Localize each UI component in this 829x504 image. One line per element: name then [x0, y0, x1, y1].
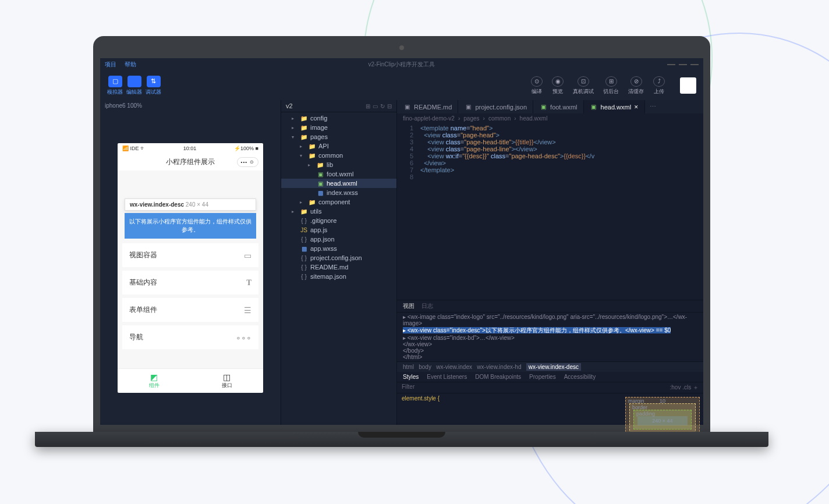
menu-item[interactable]: 项目	[105, 61, 116, 69]
tree-item[interactable]: { }project.config.json	[281, 253, 396, 262]
editor-tab[interactable]: ▣foot.wxml	[533, 100, 583, 113]
close-icon: ✕	[634, 104, 639, 110]
dom-breadcrumb[interactable]: html body wx-view.index wx-view.index-hd…	[397, 361, 703, 372]
tree-item[interactable]: ▸📁component	[281, 197, 396, 207]
nav-title: 小程序组件展示	[166, 157, 215, 167]
mode-tab[interactable]: ⇅调试器	[146, 76, 161, 96]
tree-item[interactable]: ▸📁image	[281, 123, 396, 132]
breadcrumb: fino-applet-demo-v2›pages›common›head.wx…	[397, 113, 703, 123]
new-file-icon[interactable]: ⊞	[366, 103, 370, 109]
status-left: 📶 IDE ᯤ	[122, 145, 146, 151]
avatar[interactable]	[680, 77, 696, 94]
hov-cls-toggle[interactable]: :hov .cls ＋	[670, 384, 699, 392]
mode-tab[interactable]: ▢模拟器	[107, 76, 123, 96]
highlighted-element[interactable]: 以下将展示小程序官方组件能力，组件样式仅供参考。	[125, 213, 256, 239]
css-rules[interactable]: element.style {</span><span class="rule-…	[397, 393, 622, 425]
window-controls[interactable]	[667, 64, 699, 65]
styles-tab[interactable]: Accessibility	[564, 374, 596, 380]
code-editor[interactable]: 1<template name="head">2 <view class="pa…	[397, 123, 703, 300]
styles-tab[interactable]: Properties	[529, 374, 556, 380]
styles-tab[interactable]: Event Listeners	[427, 374, 467, 380]
laptop-frame: 项目帮助 v2-FinClip小程序开发工具 ▢模拟器编辑器⇅调试器 ⊙编译◉预…	[93, 36, 710, 447]
tree-item[interactable]: ▸📁API	[281, 141, 396, 151]
tree-item[interactable]: ▩index.wxss	[281, 188, 396, 197]
tabbar-item[interactable]: ◩组件	[118, 369, 190, 393]
tree-item[interactable]: ▾📁common	[281, 151, 396, 160]
toolbar-button[interactable]: ⊡真机调试	[573, 76, 594, 95]
mode-tab[interactable]: 编辑器	[126, 76, 142, 96]
camera-dot	[399, 45, 404, 50]
tree-item[interactable]: { }README.md	[281, 262, 396, 272]
status-battery: ⚡100% ■	[234, 145, 258, 151]
tree-item[interactable]: ▣foot.wxml	[281, 169, 396, 179]
editor-tab[interactable]: ▣project.config.json	[458, 100, 533, 113]
inspector-tooltip: wx-view.index-desc 240 × 44	[125, 198, 256, 211]
list-item[interactable]: 视图容器▭	[122, 243, 258, 267]
tree-item[interactable]: JSapp.js	[281, 225, 396, 235]
styles-tab[interactable]: DOM Breakpoints	[475, 374, 521, 380]
tree-item[interactable]: { }sitemap.json	[281, 272, 396, 281]
project-root[interactable]: v2	[286, 102, 293, 109]
toolbar-button[interactable]: ⊘清缓存	[628, 76, 644, 95]
toolbar-button[interactable]: ⤴上传	[653, 76, 665, 95]
list-item[interactable]: 表单组件☰	[122, 298, 258, 322]
phone-preview: 📶 IDE ᯤ 10:01 ⚡100% ■ 小程序组件展示 •••⊙ wx-vi…	[118, 143, 263, 393]
toolbar-button[interactable]: ◉预览	[552, 76, 564, 95]
tree-item[interactable]: { }app.json	[281, 235, 396, 244]
new-folder-icon[interactable]: ▭	[373, 103, 378, 109]
status-time: 10:01	[183, 145, 197, 151]
editor-tab[interactable]: ▣head.wxml✕	[584, 100, 646, 113]
tree-item[interactable]: ▾📁pages	[281, 132, 396, 141]
file-explorer: v2 ⊞ ▭ ↻ ⊟ ▸📁config▸📁image▾📁pages▸📁API▾📁…	[281, 100, 397, 425]
tree-item[interactable]: ▣head.wxml	[281, 179, 396, 188]
list-item[interactable]: 导航∘∘∘	[122, 325, 258, 349]
styles-filter[interactable]: Filter	[402, 384, 414, 392]
devtools: 视图日志 ▸ <wx-image class="index-logo" src=…	[397, 300, 703, 425]
ide-window: 项目帮助 v2-FinClip小程序开发工具 ▢模拟器编辑器⇅调试器 ⊙编译◉预…	[100, 58, 703, 425]
collapse-icon[interactable]: ⊟	[387, 103, 392, 109]
editor-panel: ▣README.md▣project.config.json▣foot.wxml…	[397, 100, 703, 425]
refresh-icon[interactable]: ↻	[380, 103, 385, 109]
tabbar-item[interactable]: ◫接口	[190, 369, 263, 393]
styles-tab[interactable]: Styles	[403, 374, 419, 380]
dom-tree[interactable]: ▸ <wx-image class="index-logo" src="../r…	[397, 313, 703, 361]
box-model: margin10 border padding 240 × 44	[622, 393, 703, 425]
toolbar-button[interactable]: ⊙编译	[531, 76, 543, 95]
simulator-panel: iphone6 100% 📶 IDE ᯤ 10:01 ⚡100% ■ 小程序组件…	[100, 100, 281, 425]
window-title: v2-FinClip小程序开发工具	[136, 61, 667, 69]
devtools-tab[interactable]: 日志	[421, 302, 433, 310]
toolbar-button[interactable]: ⊞切后台	[603, 76, 619, 95]
titlebar: 项目帮助 v2-FinClip小程序开发工具	[100, 58, 703, 71]
list-item[interactable]: 基础内容𝐓	[122, 271, 258, 294]
devtools-tab[interactable]: 视图	[403, 302, 414, 310]
capsule-button[interactable]: •••⊙	[237, 157, 258, 167]
menu-item[interactable]: 帮助	[125, 61, 136, 69]
more-icon[interactable]: ⋯	[645, 100, 661, 113]
tree-item[interactable]: ▸📁config	[281, 113, 396, 123]
tree-item[interactable]: ▸📁utils	[281, 207, 396, 216]
tree-item[interactable]: ▸📁lib	[281, 160, 396, 169]
simulator-device-label: iphone6 100%	[100, 100, 281, 111]
tree-item[interactable]: { }.gitignore	[281, 216, 396, 225]
tree-item[interactable]: ▩app.wxss	[281, 244, 396, 253]
editor-tab[interactable]: ▣README.md	[397, 100, 458, 113]
toolbar: ▢模拟器编辑器⇅调试器 ⊙编译◉预览⊡真机调试⊞切后台⊘清缓存⤴上传	[100, 71, 703, 100]
